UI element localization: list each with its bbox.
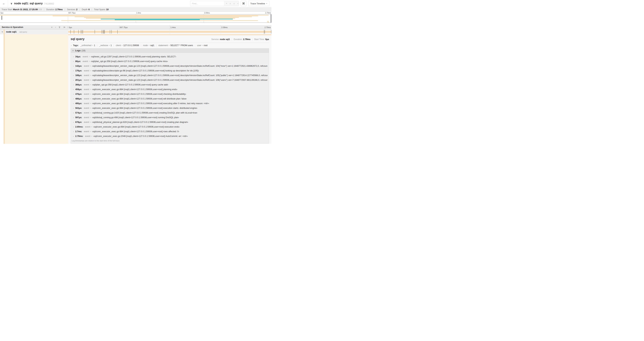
- minimap-span: [115, 20, 200, 20]
- equals-sign: =: [89, 56, 90, 58]
- log-expand-icon[interactable]: ›: [73, 74, 74, 76]
- log-expand-icon[interactable]: ›: [73, 65, 74, 67]
- equals-sign: =: [168, 44, 170, 47]
- log-field-value: ‹sql/conn_executor_exec.go:684 [nsql1,cl…: [92, 98, 187, 100]
- log-row[interactable]: ›502μs:event=‹sql/conn_executor_exec.go:…: [72, 106, 268, 110]
- log-row[interactable]: ›80μs:event=‹sql/plan_opt.go:358 [nsql1,…: [72, 59, 268, 64]
- log-expand-icon[interactable]: ›: [73, 79, 74, 81]
- log-marker: [102, 30, 102, 34]
- ruler-gridline: [221, 25, 221, 29]
- back-button[interactable]: ←: [0, 0, 8, 7]
- minimap-span: [267, 21, 269, 22]
- ruler-tick-label: 0μs: [69, 26, 72, 29]
- tag-value: 1: [94, 44, 95, 47]
- log-row[interactable]: ›678μs:event=‹sql/distsql_physical_plann…: [72, 120, 268, 124]
- find-next-icon[interactable]: ∨: [233, 2, 235, 5]
- find-prev-icon[interactable]: ∧: [230, 2, 231, 5]
- log-expand-icon[interactable]: ›: [73, 126, 74, 128]
- collapse-one-icon[interactable]: ∨: [51, 26, 53, 29]
- row-gridline: [221, 30, 221, 34]
- span-service-name: node sql1: [6, 31, 16, 33]
- log-row[interactable]: ›201μs:event=‹sql/catalog/lease/descript…: [72, 78, 268, 82]
- log-expand-icon[interactable]: ›: [73, 112, 74, 114]
- divider: |: [141, 44, 141, 47]
- log-expand-icon[interactable]: ›: [73, 107, 74, 109]
- collapse-trace-header-icon[interactable]: ∨: [10, 2, 12, 5]
- tags-row[interactable]: › Tags: _unfinished=1|_verbose=1|client=…: [71, 44, 269, 47]
- logs-section: ∨ Logs (18) ›34μs:event=‹sql/exec_util.g…: [71, 48, 269, 143]
- log-row[interactable]: ›189μs:event=‹sql/catalog/lease/descript…: [72, 73, 268, 78]
- log-expand-icon[interactable]: ›: [73, 88, 74, 91]
- equals-sign: =: [122, 44, 122, 47]
- log-expand-icon[interactable]: ›: [73, 102, 74, 105]
- log-expand-icon[interactable]: ›: [73, 70, 74, 72]
- keyboard-shortcuts-button[interactable]: ⌘: [241, 1, 246, 6]
- log-row[interactable]: ›2.79ms:event=‹sql/conn_executor_exec.go…: [72, 134, 268, 138]
- log-row[interactable]: ›476μs:event=‹sql/conn_executor_exec.go:…: [72, 92, 268, 96]
- minimap-span: [86, 18, 235, 19]
- log-row[interactable]: ›2.7ms:event=‹sql/conn_executor_exec.go:…: [72, 129, 268, 134]
- log-field-value: ‹sql/catalog/lease/descriptor_version_st…: [92, 79, 268, 81]
- logs-collapse-icon[interactable]: ∨: [72, 50, 74, 52]
- divider: |: [156, 44, 156, 47]
- divider: |: [252, 38, 252, 41]
- equals-sign: =: [90, 65, 91, 67]
- tags-expand-icon[interactable]: ›: [71, 44, 72, 47]
- span-row-name-column[interactable]: ∨ node sql1 sql query: [0, 30, 68, 34]
- log-marker: [112, 30, 112, 34]
- row-gridline: [119, 30, 119, 34]
- log-row[interactable]: ›486μs:event=‹sql/conn_executor_exec.go:…: [72, 96, 268, 101]
- trace-info-value: March 31 2022, 17:25:09: [13, 8, 38, 11]
- log-expand-icon[interactable]: ›: [73, 98, 74, 100]
- tag-value: 1: [110, 44, 112, 47]
- log-field-key: event: [84, 65, 89, 67]
- log-expand-icon[interactable]: ›: [73, 93, 74, 95]
- log-field-value: ‹sql/conn_executor_exec.go:684 [nsql1,cl…: [93, 126, 180, 128]
- log-field-value: ‹sql/catalog/lease/descriptor_version_st…: [92, 65, 268, 67]
- back-arrow-icon: ←: [2, 2, 6, 5]
- focus-target-icon[interactable]: ⌖: [226, 2, 227, 5]
- log-field-value: ‹sql/distsql_physical_planner.go:828 [ns…: [92, 121, 188, 123]
- log-row[interactable]: ›176μs:event=‹sql/catalog/descs/descript…: [72, 68, 268, 73]
- clear-find-icon[interactable]: ×: [237, 2, 238, 5]
- log-timestamp: 574μs:: [75, 112, 82, 114]
- span-row[interactable]: ∨ node sql1 sql query: [0, 30, 272, 34]
- log-row[interactable]: ›34μs:event=‹sql/exec_util.go:2297 [nsql…: [72, 54, 268, 59]
- log-expand-icon[interactable]: ›: [73, 121, 74, 123]
- tag-item: statement=SELECT * FROM users: [158, 44, 193, 47]
- log-row[interactable]: ›142μs:event=‹sql/catalog/lease/descript…: [72, 64, 268, 68]
- span-row-track[interactable]: [68, 30, 272, 34]
- minimap-right-scrubber[interactable]: [271, 14, 271, 23]
- log-field-value: ‹sql/conn_executor_exec.go:684 [nsql1,cl…: [92, 93, 186, 95]
- log-row[interactable]: ›574μs:event=‹sql/distsql_running.go:142…: [72, 110, 268, 115]
- expand-one-icon[interactable]: ›: [55, 26, 56, 29]
- log-timestamp: 486μs:: [75, 98, 82, 100]
- log-field-value: ‹sql/distsql_running.go:1420 [nsql1,clie…: [92, 112, 197, 114]
- minimap-canvas[interactable]: [0, 14, 272, 23]
- log-row[interactable]: ›366μs:event=‹sql/plan_opt.go:358 [nsql1…: [72, 82, 268, 87]
- log-expand-icon[interactable]: ›: [73, 84, 74, 86]
- find-group: ⌖ ∧ ∨ ×: [190, 1, 239, 6]
- log-expand-icon[interactable]: ›: [73, 131, 74, 133]
- log-expand-icon[interactable]: ›: [73, 56, 74, 58]
- minimap-left-scrubber[interactable]: [2, 16, 2, 20]
- log-expand-icon[interactable]: ›: [73, 116, 74, 119]
- log-row[interactable]: ›597μs:event=‹sql/distsql_running.go:498…: [72, 115, 268, 120]
- span-color-accent: [4, 30, 5, 34]
- span-collapse-icon[interactable]: ∨: [2, 31, 3, 33]
- detail-meta: Service:node sql1|Duration:2.79ms|Start …: [212, 38, 269, 41]
- log-timestamp: 2.79ms:: [75, 135, 84, 137]
- collapse-all-icon[interactable]: ≫: [58, 26, 61, 28]
- expand-all-icon[interactable]: ≫: [63, 26, 66, 29]
- log-row[interactable]: ›2.69ms:event=‹sql/conn_executor_exec.go…: [72, 124, 268, 129]
- logs-header[interactable]: ∨ Logs (18): [71, 49, 269, 53]
- find-input[interactable]: [190, 1, 224, 6]
- view-selector-button[interactable]: Trace Timeline ∨: [248, 1, 269, 6]
- log-row[interactable]: ›495μs:event=‹sql/conn_executor_exec.go:…: [72, 101, 268, 106]
- log-expand-icon[interactable]: ›: [73, 135, 74, 137]
- log-marker: [104, 30, 105, 34]
- log-expand-icon[interactable]: ›: [73, 60, 74, 62]
- log-row[interactable]: ›459μs:event=‹sql/conn_executor_exec.go:…: [72, 87, 268, 92]
- span-operation-name: sql query: [20, 31, 27, 33]
- log-field-value: ‹sql/catalog/lease/descriptor_version_st…: [92, 74, 268, 77]
